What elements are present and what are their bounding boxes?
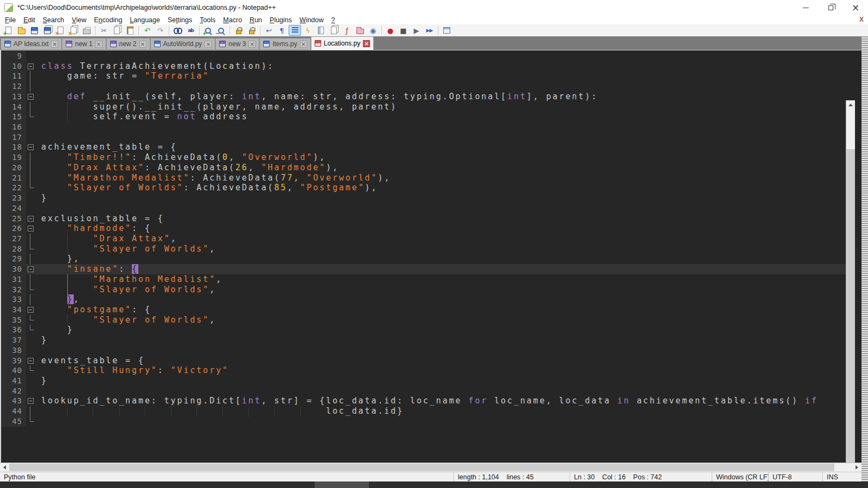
tab-close-icon[interactable]: × bbox=[363, 40, 370, 47]
code-text[interactable]: "Marathon Medalist", bbox=[36, 274, 852, 285]
scroll-left-button[interactable] bbox=[0, 463, 9, 472]
sync-vertical-scrolling-button[interactable] bbox=[232, 25, 245, 36]
fold-marker-box[interactable] bbox=[26, 142, 36, 152]
tab-locations-py[interactable]: Locations.py× bbox=[311, 36, 374, 50]
minimize-button[interactable] bbox=[793, 0, 818, 15]
code-text[interactable] bbox=[36, 416, 852, 427]
tab-new-3[interactable]: new 3× bbox=[215, 38, 259, 50]
tab-ap-ideas-txt[interactable]: AP Ideas.txt× bbox=[1, 38, 62, 50]
document-list-button[interactable] bbox=[328, 25, 340, 36]
tab-items-py[interactable]: Items.py× bbox=[259, 38, 310, 50]
fold-marker-box[interactable] bbox=[26, 92, 36, 102]
code-text[interactable]: game: str = "Terraria" bbox=[36, 71, 852, 81]
print-button[interactable] bbox=[80, 25, 93, 36]
menu-item-run[interactable]: Run bbox=[246, 16, 266, 24]
code-text[interactable] bbox=[36, 81, 852, 92]
word-wrap-button[interactable]: ↩ bbox=[263, 25, 275, 36]
fold-marker-box[interactable] bbox=[26, 264, 36, 274]
code-text[interactable]: "Slayer of Worlds": AchieveData(85, "Pos… bbox=[36, 183, 852, 193]
code-text[interactable]: }, bbox=[36, 254, 852, 264]
tab-close-icon[interactable]: × bbox=[95, 41, 103, 48]
document-map-button[interactable] bbox=[315, 25, 327, 36]
vertical-scroll-thumb[interactable] bbox=[846, 149, 855, 488]
monitoring-button[interactable]: ◉ bbox=[367, 25, 379, 36]
code-text[interactable]: "Drax Attax", bbox=[36, 234, 852, 244]
menu-item-search[interactable]: Search bbox=[39, 16, 68, 24]
save-button[interactable] bbox=[28, 25, 41, 36]
run-macro-multiple-times-button[interactable]: ▶▶ bbox=[423, 25, 436, 36]
code-text[interactable] bbox=[36, 122, 852, 132]
menu-item-plugins[interactable]: Plugins bbox=[266, 16, 296, 24]
close-document-button[interactable]: × bbox=[54, 25, 67, 36]
fold-marker-box[interactable] bbox=[26, 305, 36, 315]
tab-close-icon[interactable]: × bbox=[205, 41, 212, 48]
code-text[interactable]: "Drax Attax": AchieveData(26, "Hardmode"… bbox=[36, 163, 852, 173]
new-file-button[interactable]: + bbox=[2, 25, 15, 36]
tab-close-icon[interactable]: × bbox=[248, 41, 256, 48]
code-text[interactable]: }, bbox=[36, 294, 852, 305]
fold-marker-box[interactable] bbox=[26, 214, 36, 224]
code-text[interactable] bbox=[36, 386, 852, 396]
fold-marker-box[interactable] bbox=[26, 396, 36, 406]
code-text[interactable] bbox=[36, 345, 852, 356]
code-text[interactable]: "Marathon Medalist": AchieveData(77, "Ov… bbox=[36, 173, 852, 183]
code-text[interactable]: "Slayer of Worlds", bbox=[36, 315, 852, 325]
fold-marker-box[interactable] bbox=[26, 356, 36, 366]
function-list-button[interactable]: ƒ bbox=[341, 25, 353, 36]
menu-close-document-icon[interactable]: X bbox=[859, 16, 864, 23]
paste-button[interactable] bbox=[124, 25, 136, 36]
folder-as-workspace-button[interactable] bbox=[354, 25, 366, 36]
menu-item-view[interactable]: View bbox=[68, 16, 90, 24]
save-recorded-macro-button[interactable] bbox=[441, 25, 453, 36]
horizontal-scroll-thumb[interactable] bbox=[9, 464, 834, 471]
copy-button[interactable] bbox=[111, 25, 123, 36]
menu-item-settings[interactable]: Settings bbox=[164, 16, 196, 24]
code-text[interactable]: def __init__(self, player: int, name: st… bbox=[36, 92, 852, 102]
menu-item-file[interactable]: File bbox=[1, 16, 20, 24]
menu-item-edit[interactable]: Edit bbox=[20, 16, 39, 24]
vertical-scrollbar[interactable] bbox=[846, 100, 855, 488]
tab-new-1[interactable]: new 1× bbox=[62, 38, 106, 50]
menu-item-window[interactable]: Window bbox=[296, 16, 327, 24]
code-area[interactable]: 910class TerrariaAchievement(Location):1… bbox=[1, 51, 852, 463]
define-language-button[interactable]: ϟ bbox=[302, 25, 314, 36]
menu-item-language[interactable]: Language bbox=[126, 16, 164, 24]
editor[interactable]: 910class TerrariaAchievement(Location):1… bbox=[0, 50, 861, 463]
indentation-guide-button[interactable] bbox=[289, 25, 301, 36]
scroll-up-button[interactable] bbox=[846, 100, 855, 110]
code-text[interactable]: "hardmode": { bbox=[36, 223, 852, 234]
sync-horizontal-scrolling-button[interactable] bbox=[245, 25, 258, 36]
code-text[interactable]: "postgame": { bbox=[36, 305, 852, 315]
fold-marker-box[interactable] bbox=[26, 61, 36, 72]
code-text[interactable]: self.event = not address bbox=[36, 112, 852, 122]
record-macro-button[interactable]: ● bbox=[384, 25, 397, 36]
code-text[interactable]: } bbox=[36, 335, 852, 345]
scroll-right-button[interactable] bbox=[852, 463, 861, 472]
code-text[interactable]: "insane": { bbox=[36, 264, 852, 274]
open-file-button[interactable] bbox=[15, 25, 28, 36]
code-text[interactable]: exclusion_table = { bbox=[36, 214, 852, 224]
tab-new-2[interactable]: new 2× bbox=[106, 38, 150, 50]
code-text[interactable] bbox=[36, 203, 852, 214]
code-text[interactable]: "Still Hungry": "Victory" bbox=[36, 365, 852, 376]
code-text[interactable]: super().__init__(player, name, address, … bbox=[36, 102, 852, 112]
redo-button[interactable]: ↷ bbox=[154, 25, 167, 36]
save-all-button[interactable] bbox=[41, 25, 54, 36]
close-all-documents-button[interactable]: × bbox=[67, 25, 80, 36]
code-text[interactable] bbox=[36, 51, 852, 61]
tab-autoworld-py[interactable]: AutoWorld.py× bbox=[150, 38, 216, 50]
code-text[interactable]: "Slayer of Worlds", bbox=[36, 244, 852, 254]
code-text[interactable]: events_table = { bbox=[36, 356, 852, 366]
show-all-characters-button[interactable]: ¶ bbox=[276, 25, 288, 36]
undo-button[interactable]: ↶ bbox=[141, 25, 154, 36]
tab-close-icon[interactable]: × bbox=[300, 41, 307, 48]
menu-item-encoding[interactable]: Encoding bbox=[90, 16, 126, 24]
replace-button[interactable]: ab bbox=[184, 25, 197, 36]
tab-close-icon[interactable]: × bbox=[51, 41, 58, 48]
code-text[interactable]: "Slayer of Worlds", bbox=[36, 285, 852, 295]
tab-close-icon[interactable]: × bbox=[139, 41, 146, 48]
code-text[interactable]: lookup_id_to_name: typing.Dict[int, str]… bbox=[36, 396, 852, 406]
fold-marker-box[interactable] bbox=[26, 223, 36, 234]
code-text[interactable]: } bbox=[36, 325, 852, 335]
horizontal-scrollbar[interactable] bbox=[0, 463, 861, 472]
